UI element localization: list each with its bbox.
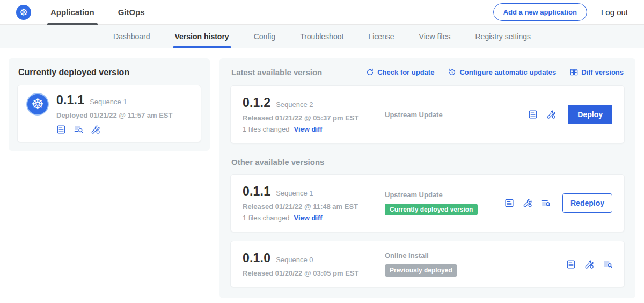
sequence-label: Sequence 2	[276, 100, 313, 109]
view-diff-link[interactable]: View diff	[294, 214, 322, 222]
topbar-right: Add a new application Log out	[493, 3, 628, 21]
version-number: 0.1.2	[243, 96, 270, 110]
release-notes-icon[interactable]	[504, 198, 514, 208]
released-timestamp: Released 01/21/22 @ 11:48 am EST	[243, 203, 385, 211]
subnav-view-files[interactable]: View files	[419, 25, 451, 48]
diff-versions-link[interactable]: Diff versions	[570, 68, 624, 76]
subnav-version-history-label: Version history	[175, 32, 229, 41]
sequence-label: Sequence 0	[276, 256, 313, 264]
currently-deployed-badge: Currently deployed version	[385, 204, 478, 215]
edit-config-icon[interactable]	[584, 259, 594, 269]
subnav-troubleshoot-label: Troubleshoot	[300, 32, 343, 41]
view-logs-icon[interactable]	[541, 198, 551, 208]
release-notes-icon[interactable]	[566, 259, 576, 269]
deployed-sequence-label: Sequence 1	[90, 98, 127, 106]
app-subnav: Dashboard Version history Config Trouble…	[0, 25, 644, 48]
subnav-troubleshoot[interactable]: Troubleshoot	[300, 25, 343, 48]
version-number: 0.1.0	[243, 251, 270, 265]
version-source-label: Upstream Update	[385, 111, 443, 119]
available-versions-panel: Latest available version Check for updat…	[219, 58, 635, 298]
sequence-label: Sequence 1	[276, 189, 313, 197]
released-timestamp: Released 01/20/22 @ 03:05 pm EST	[243, 269, 385, 277]
files-changed-label: 1 files changed	[243, 125, 289, 133]
subnav-registry-settings[interactable]: Registry settings	[475, 25, 531, 48]
diff-icon	[570, 68, 578, 76]
released-timestamp: Released 01/21/22 @ 05:37 pm EST	[243, 114, 385, 122]
configure-automatic-updates-link[interactable]: Configure automatic updates	[448, 68, 556, 76]
deployed-version-card: ☸ 0.1.1 Sequence 1 Deployed 01/21/22 @ 1…	[17, 85, 201, 142]
deployed-timestamp: Deployed 01/21/22 @ 11:57 am EST	[56, 111, 172, 119]
deploy-button[interactable]: Deploy	[568, 105, 612, 124]
subnav-dashboard-label: Dashboard	[113, 32, 150, 41]
previously-deployed-badge: Previously deployed	[385, 264, 457, 276]
deployed-version-number: 0.1.1	[56, 93, 84, 107]
kubernetes-logo-icon: ☸	[16, 5, 31, 20]
refresh-icon	[366, 68, 374, 76]
version-card-0-1-0: 0.1.0 Sequence 0 Released 01/20/22 @ 03:…	[230, 241, 625, 287]
application-icon: ☸	[26, 93, 49, 116]
tab-application-label: Application	[50, 8, 94, 17]
version-card-0-1-2: 0.1.2 Sequence 2 Released 01/21/22 @ 05:…	[230, 85, 625, 143]
other-versions-title: Other available versions	[231, 157, 624, 167]
subnav-license[interactable]: License	[368, 25, 394, 48]
check-for-update-link[interactable]: Check for update	[366, 68, 434, 76]
version-card-0-1-1: 0.1.1 Sequence 1 Released 01/21/22 @ 11:…	[230, 174, 625, 232]
subnav-license-label: License	[368, 32, 394, 41]
subnav-config[interactable]: Config	[254, 25, 275, 48]
view-logs-icon[interactable]	[603, 259, 612, 269]
edit-config-icon[interactable]	[546, 110, 556, 119]
main-content: Currently deployed version ☸ 0.1.1 Seque…	[0, 48, 644, 303]
view-diff-link[interactable]: View diff	[294, 125, 322, 133]
subnav-dashboard[interactable]: Dashboard	[113, 25, 150, 48]
version-source-label: Online Install	[385, 251, 429, 259]
diff-versions-label: Diff versions	[581, 68, 624, 76]
logout-button[interactable]: Log out	[601, 8, 628, 17]
version-number: 0.1.1	[243, 184, 270, 199]
configure-automatic-updates-label: Configure automatic updates	[459, 68, 556, 76]
redeploy-button[interactable]: Redeploy	[562, 193, 612, 213]
files-changed-label: 1 files changed	[243, 214, 289, 222]
subnav-config-label: Config	[254, 32, 275, 41]
subnav-version-history[interactable]: Version history	[175, 25, 229, 48]
subnav-view-files-label: View files	[419, 32, 451, 41]
currently-deployed-panel: Currently deployed version ☸ 0.1.1 Seque…	[9, 58, 210, 151]
edit-config-icon[interactable]	[91, 125, 100, 134]
version-source-label: Upstream Update	[385, 191, 443, 199]
tab-gitops-label: GitOps	[118, 8, 145, 17]
deployed-panel-title: Currently deployed version	[18, 68, 200, 77]
tab-gitops[interactable]: GitOps	[118, 0, 145, 25]
edit-config-icon[interactable]	[523, 198, 532, 208]
view-logs-icon[interactable]	[74, 125, 83, 134]
add-application-button[interactable]: Add a new application	[493, 3, 587, 21]
latest-available-title: Latest available version	[231, 68, 322, 77]
subnav-registry-settings-label: Registry settings	[475, 32, 531, 41]
release-notes-icon[interactable]	[56, 125, 66, 134]
schedule-update-icon	[448, 68, 456, 76]
tab-application[interactable]: Application	[50, 0, 94, 25]
release-notes-icon[interactable]	[528, 110, 538, 119]
check-for-update-label: Check for update	[377, 68, 434, 76]
top-bar: ☸ Application GitOps Add a new applicati…	[0, 0, 644, 25]
